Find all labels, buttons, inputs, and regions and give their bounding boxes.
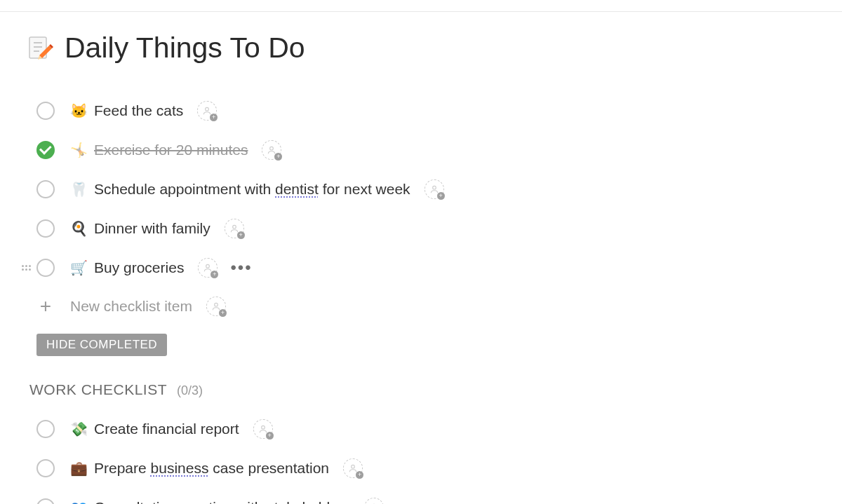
checkbox[interactable] — [36, 180, 55, 198]
cat-icon: 🐱 — [70, 102, 86, 119]
people-icon: 👥 — [70, 499, 86, 504]
svg-point-9 — [432, 186, 436, 189]
checkbox[interactable] — [36, 459, 55, 477]
svg-point-8 — [270, 147, 274, 150]
checklist-item[interactable]: 🤸 Exercise for 20 minutes + — [36, 130, 842, 170]
checklist-item[interactable]: 🦷 Schedule appointment with dentist for … — [36, 170, 842, 209]
money-icon: 💸 — [70, 421, 86, 437]
item-label[interactable]: Dinner with family — [94, 220, 210, 237]
main-checklist: 🐱 Feed the cats + 🤸 Exercise for 20 minu… — [25, 91, 842, 504]
item-label[interactable]: Feed the cats — [94, 102, 183, 119]
checklist-item[interactable]: 💼 Prepare business case presentation + — [36, 449, 842, 488]
plus-badge-icon: + — [437, 192, 445, 200]
hide-completed-button[interactable]: HIDE COMPLETED — [36, 334, 167, 356]
item-label[interactable]: Exercise for 20 minutes — [94, 142, 248, 158]
plus-badge-icon: + — [210, 271, 218, 278]
add-assignee-button[interactable]: + — [262, 140, 281, 160]
svg-point-12 — [215, 303, 218, 306]
checkbox[interactable] — [36, 102, 55, 120]
dinner-icon: 🍳 — [70, 220, 86, 237]
section-title: WORK CHECKLIST — [29, 381, 167, 398]
svg-point-11 — [206, 264, 210, 268]
drag-handle-icon[interactable] — [21, 260, 31, 275]
notepad-pencil-icon — [25, 34, 53, 62]
label-text: Schedule appointment with — [94, 181, 275, 197]
add-assignee-button[interactable]: + — [197, 101, 217, 121]
item-label[interactable]: Consultation meeting with stakeholders — [94, 499, 350, 504]
new-item-placeholder[interactable]: New checklist item — [70, 298, 192, 315]
checklist-item[interactable]: 👥 Consultation meeting with stakeholders… — [36, 488, 842, 504]
plus-badge-icon: + — [219, 309, 227, 317]
page-title: Daily Things To Do — [65, 32, 305, 64]
add-assignee-button[interactable]: + — [198, 258, 218, 278]
section-header[interactable]: WORK CHECKLIST (0/3) — [29, 381, 842, 398]
add-assignee-button[interactable]: + — [343, 458, 363, 478]
title-row: Daily Things To Do — [25, 32, 842, 64]
plus-badge-icon: + — [356, 471, 363, 479]
item-label[interactable]: Buy groceries — [94, 259, 184, 276]
svg-point-13 — [261, 425, 265, 429]
checklist-item[interactable]: 🛒 Buy groceries + ••• — [36, 248, 842, 287]
item-label[interactable]: Schedule appointment with dentist for ne… — [94, 181, 410, 198]
item-label[interactable]: Create financial report — [94, 421, 239, 437]
checklist-item[interactable]: 🐱 Feed the cats + — [36, 91, 842, 130]
add-assignee-button[interactable]: + — [253, 419, 273, 439]
cart-icon: 🛒 — [70, 259, 86, 276]
checklist-item[interactable]: 🍳 Dinner with family + — [36, 209, 842, 248]
checkbox[interactable] — [36, 420, 55, 438]
plus-badge-icon: + — [266, 432, 274, 440]
svg-point-10 — [232, 225, 236, 229]
add-assignee-button[interactable]: + — [225, 219, 244, 238]
plus-badge-icon: + — [274, 153, 282, 161]
page-content: Daily Things To Do 🐱 Feed the cats + 🤸 E… — [0, 12, 842, 504]
checkbox[interactable] — [36, 141, 55, 159]
label-text: Prepare — [94, 460, 151, 476]
plus-badge-icon: + — [210, 114, 218, 121]
plus-icon: + — [36, 297, 55, 315]
section-count: (0/3) — [177, 383, 203, 398]
add-assignee-button[interactable]: + — [425, 179, 444, 199]
checkbox[interactable] — [36, 219, 55, 238]
exercise-icon: 🤸 — [70, 142, 86, 158]
checkbox[interactable] — [36, 498, 55, 504]
inline-link[interactable]: dentist — [275, 181, 319, 197]
svg-point-14 — [352, 465, 355, 468]
new-checklist-item[interactable]: + New checklist item + — [36, 287, 842, 325]
tooth-icon: 🦷 — [70, 181, 86, 198]
checklist-item[interactable]: 💸 Create financial report + — [36, 409, 842, 449]
label-text: case presentation — [208, 460, 329, 476]
plus-badge-icon: + — [237, 231, 245, 239]
svg-point-7 — [206, 107, 209, 111]
briefcase-icon: 💼 — [70, 460, 86, 477]
inline-link[interactable]: business — [151, 460, 209, 476]
add-assignee-button[interactable]: + — [206, 297, 226, 316]
add-assignee-button[interactable]: + — [364, 498, 384, 504]
item-label[interactable]: Prepare business case presentation — [94, 460, 329, 477]
checkbox[interactable] — [36, 259, 55, 277]
label-text: for next week — [319, 181, 410, 197]
